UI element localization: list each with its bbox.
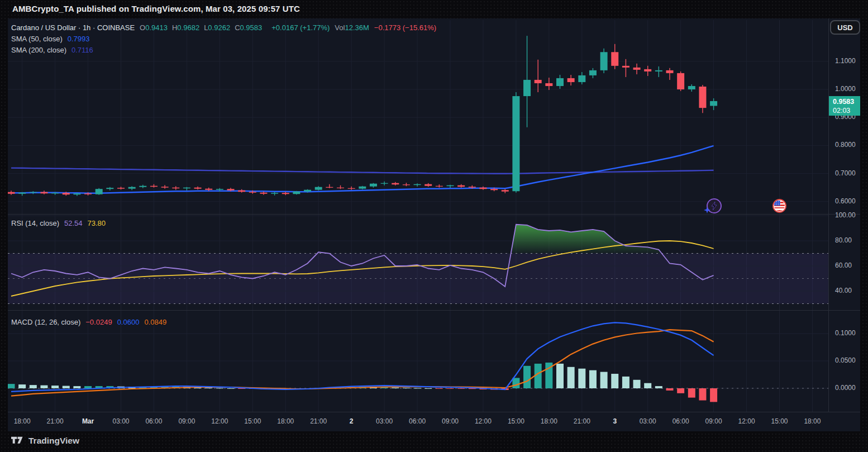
candle-body <box>644 69 651 72</box>
candle-body <box>655 70 662 72</box>
candle-body <box>699 87 706 108</box>
time-axis-label: 06:00 <box>669 417 693 425</box>
macd-histogram-bar <box>18 384 26 388</box>
time-axis-label: 09:00 <box>702 417 726 425</box>
macd-histogram-bar <box>622 377 629 388</box>
candle-body <box>392 183 399 185</box>
macd-histogram-bar <box>63 386 70 388</box>
price-panel[interactable]: Cardano / US Dollar · 1h · COINBASE O0.9… <box>8 20 860 214</box>
volume-pair: Vol 12.36M <box>335 23 369 32</box>
candle-body <box>293 192 300 194</box>
sma50-label[interactable]: SMA (50, close) <box>11 35 63 43</box>
rsi-tick-label: 40.00 <box>835 287 861 294</box>
candle-body <box>73 193 80 194</box>
candle-body <box>63 193 70 194</box>
time-axis-label: 09:00 <box>438 417 462 425</box>
bar-countdown: 02:03 <box>833 106 860 115</box>
candle-body <box>249 192 256 193</box>
time-axis-label: 18:00 <box>10 417 35 425</box>
panel-separator <box>8 412 860 412</box>
rsi-legend-row[interactable]: RSI (14, close) 52.54 73.80 <box>11 219 106 227</box>
candle-body <box>260 193 267 194</box>
symbol-title[interactable]: Cardano / US Dollar · 1h · COINBASE <box>11 23 135 32</box>
macd-histogram-bar <box>447 388 454 389</box>
rsi-panel[interactable]: RSI (14, close) 52.54 73.80 <box>8 214 860 310</box>
macd-legend-row[interactable]: MACD (12, 26, close) −0.0249 0.0600 0.08… <box>11 318 166 326</box>
sma200-legend-row[interactable]: SMA (200, close) 0.7116 <box>11 46 93 54</box>
candle-body <box>117 188 125 189</box>
rsi-panel-canvas[interactable] <box>8 214 860 310</box>
lightning-event-icon[interactable] <box>707 198 722 213</box>
macd-hist-value: −0.0249 <box>85 318 112 326</box>
candle-body <box>315 187 322 190</box>
time-axis-label: 15:00 <box>504 417 528 425</box>
candle-body <box>172 188 179 189</box>
us-flag-event-icon[interactable] <box>772 199 786 213</box>
candle-body <box>666 70 674 73</box>
time-axis-label: Mar <box>76 417 101 425</box>
macd-histogram-bar <box>227 388 235 389</box>
time-axis-label: 12:00 <box>207 417 232 425</box>
time-axis-label: 2 <box>339 417 364 425</box>
symbol-legend-row[interactable]: Cardano / US Dollar · 1h · COINBASE O0.9… <box>11 23 436 32</box>
time-axis[interactable]: 18:0021:00Mar03:0006:0009:0012:0015:0018… <box>8 412 860 431</box>
time-axis-label: 18:00 <box>537 417 561 425</box>
candle-body <box>556 78 564 86</box>
macd-line[interactable] <box>11 322 714 392</box>
candle-body <box>106 188 113 189</box>
volume-change: −0.1773 (−15.61%) <box>374 23 436 32</box>
macd-histogram-bar <box>655 386 662 388</box>
candle-body <box>567 78 575 82</box>
candle-body <box>337 188 344 188</box>
flag-canton <box>774 201 780 206</box>
candle-body <box>622 66 629 68</box>
candle-body <box>183 188 190 189</box>
change-value: +0.0167 (+1.77%) <box>271 23 330 32</box>
candle-body <box>688 86 695 89</box>
macd-histogram-bar <box>84 386 92 388</box>
candle-body <box>447 185 454 187</box>
macd-tick-label: 0.1000 <box>835 329 861 337</box>
macd-histogram-bar <box>578 369 585 388</box>
candle-body <box>578 75 585 82</box>
macd-histogram-bar <box>205 388 212 388</box>
tradingview-watermark[interactable]: TradingView <box>11 436 79 446</box>
macd-histogram-bar <box>611 374 618 388</box>
macd-histogram-bar <box>556 364 564 388</box>
macd-histogram-bar <box>523 366 531 388</box>
macd-histogram-bar <box>589 370 597 388</box>
candle-body <box>40 192 47 194</box>
candle-body <box>403 184 410 185</box>
rsi-tick-label: 100.00 <box>835 211 861 219</box>
rsi-label[interactable]: RSI (14, close) <box>11 219 59 227</box>
panel-separator[interactable] <box>8 214 860 215</box>
price-tick-label: 0.7000 <box>835 169 861 177</box>
chart-container[interactable]: Cardano / US Dollar · 1h · COINBASE O0.9… <box>8 18 860 431</box>
candle-body <box>205 189 212 190</box>
ohlc-letter: O <box>140 23 145 32</box>
time-axis-label: 15:00 <box>240 417 265 425</box>
candle-body <box>535 80 542 83</box>
macd-label[interactable]: MACD (12, 26, close) <box>11 318 80 326</box>
candle-body <box>457 185 465 187</box>
price-tick-label: 1.1000 <box>835 57 861 65</box>
candle-body <box>633 68 641 70</box>
macd-histogram-bar <box>8 384 15 388</box>
macd-histogram-bar <box>699 388 706 401</box>
macd-histogram-bar <box>425 388 432 389</box>
sma50-legend-row[interactable]: SMA (50, close) 0.7993 <box>11 35 90 43</box>
price-tick-label: 1.0000 <box>835 85 861 93</box>
panel-separator[interactable] <box>8 310 860 311</box>
currency-toggle-button[interactable]: USD <box>830 20 860 35</box>
candle-body <box>96 189 103 194</box>
price-panel-canvas[interactable] <box>8 20 860 214</box>
candle-body <box>512 96 519 191</box>
macd-histogram-bar <box>666 388 674 391</box>
sma200-label[interactable]: SMA (200, close) <box>11 46 66 54</box>
time-axis-label: 21:00 <box>306 417 331 425</box>
rsi-tick-label: 60.00 <box>835 261 861 269</box>
price-axis-separator[interactable] <box>828 18 829 412</box>
macd-panel[interactable]: MACD (12, 26, close) −0.0249 0.0600 0.08… <box>8 310 860 412</box>
candle-body <box>161 187 169 188</box>
candle-body <box>348 188 355 189</box>
